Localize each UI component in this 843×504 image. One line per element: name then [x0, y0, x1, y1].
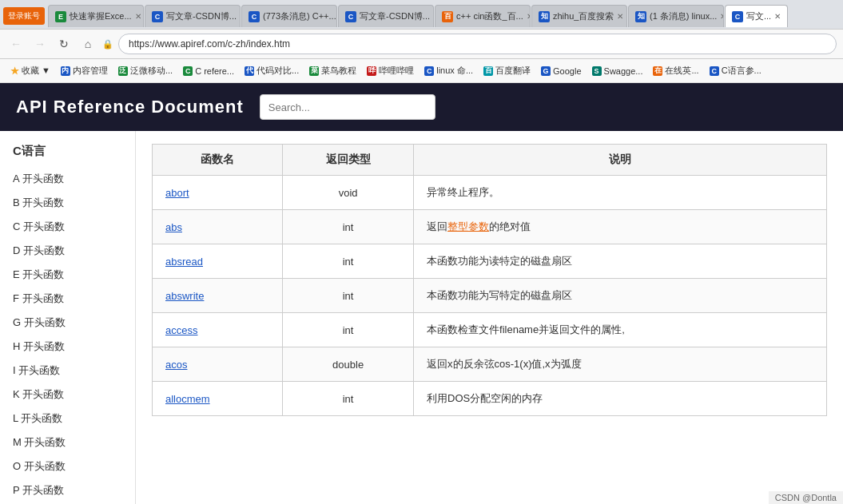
- sidebar-item-l开头函数[interactable]: L 开头函数: [0, 407, 135, 431]
- forward-button[interactable]: →: [30, 34, 50, 54]
- tab-close[interactable]: ✕: [774, 12, 781, 21]
- tab-bar: 登录账号 E快速掌握Exce...✕C写文章-CSDN博...✕C(773条消息…: [0, 0, 843, 29]
- desc-cell: 本函数功能为读特定的磁盘扇区: [414, 244, 827, 279]
- bookmarks-container: ★收藏 ▼内内容管理泛泛微移动...CC refere...代代码对比...菜菜…: [5, 63, 766, 78]
- return-type-cell: int: [283, 210, 414, 244]
- sidebar-item-f开头函数[interactable]: F 开头函数: [0, 287, 135, 311]
- site-header: API Reference Document: [0, 83, 843, 131]
- sidebar-item-e开头函数[interactable]: E 开头函数: [0, 263, 135, 287]
- return-type-cell: int: [283, 244, 414, 279]
- return-type-cell: void: [283, 176, 414, 210]
- main-layout: C语言 A 开头函数B 开头函数C 开头函数D 开头函数E 开头函数F 开头函数…: [0, 131, 843, 504]
- browser-tab-t7[interactable]: 知(1 条消息) linux...✕: [628, 5, 724, 27]
- sidebar-item-d开头函数[interactable]: D 开头函数: [0, 239, 135, 263]
- bookmark-icon: C: [183, 66, 193, 76]
- tab-label: (773条消息) C++...: [263, 10, 336, 22]
- sidebar-item-m开头函数[interactable]: M 开头函数: [0, 431, 135, 454]
- table-row: absreadint本函数功能为读特定的磁盘扇区: [153, 244, 827, 279]
- browser-tab-t6[interactable]: 知zhihu_百度搜索✕: [531, 5, 627, 27]
- bookmark-c[interactable]: CC语言参...: [705, 63, 766, 78]
- table-row: abswriteint本函数功能为写特定的磁盘扇区: [153, 279, 827, 313]
- refresh-button[interactable]: ↻: [54, 34, 74, 54]
- desc-cell: 返回整型参数的绝对值: [414, 210, 827, 244]
- bookmark-[interactable]: 内内容管理: [56, 63, 113, 78]
- api-table: 函数名 返回类型 说明 abortvoid异常终止程序。absint返回整型参数…: [152, 144, 827, 416]
- bookmark-crefere[interactable]: CC refere...: [178, 63, 239, 78]
- bookmark-linux[interactable]: Clinux 命...: [420, 63, 478, 78]
- tab-icon: C: [152, 11, 163, 22]
- bookmark-icon: 内: [61, 66, 70, 76]
- func-link-access[interactable]: access: [165, 324, 197, 336]
- func-link-abswrite[interactable]: abswrite: [165, 290, 204, 302]
- footer-credit: CSDN @Dontla: [775, 493, 837, 502]
- tab-close[interactable]: ✕: [720, 12, 724, 21]
- home-button[interactable]: ⌂: [78, 34, 97, 54]
- func-link-acos[interactable]: acos: [165, 359, 187, 371]
- site-logo: API Reference Document: [16, 97, 244, 117]
- desc-highlight: 整型参数: [447, 220, 489, 232]
- bookmark-label: 百度翻译: [495, 65, 531, 77]
- sidebar-item-h开头函数[interactable]: H 开头函数: [0, 335, 135, 359]
- sidebar-item-c开头函数[interactable]: C 开头函数: [0, 215, 135, 239]
- bookmark-google[interactable]: GGoogle: [536, 63, 586, 78]
- tab-label: 写文章-CSDN博...: [166, 10, 237, 22]
- tab-label: 写文章-CSDN博...: [360, 10, 430, 22]
- bookmark-[interactable]: ★收藏 ▼: [5, 63, 55, 78]
- col-header-returntype: 返回类型: [283, 145, 414, 176]
- bookmark-[interactable]: 在在线英...: [648, 63, 703, 78]
- col-header-desc: 说明: [414, 145, 827, 176]
- func-link-absread[interactable]: absread: [165, 256, 203, 268]
- bookmark-[interactable]: 泛泛微移动...: [113, 63, 177, 78]
- func-link-abs[interactable]: abs: [165, 221, 182, 233]
- browser-tab-t5[interactable]: 百c++ cin函数_百...✕: [435, 5, 531, 27]
- tab-label: c++ cin函数_百...: [456, 10, 523, 22]
- table-row: acosdouble返回x的反余弦cos-1(x)值,x为弧度: [153, 347, 827, 382]
- bookmark-icon: 代: [245, 66, 254, 76]
- tab-label: 写文...: [746, 10, 771, 22]
- func-link-allocmem[interactable]: allocmem: [165, 393, 210, 405]
- bookmark-[interactable]: 代代码对比...: [240, 63, 304, 78]
- sidebar-items: A 开头函数B 开头函数C 开头函数D 开头函数E 开头函数F 开头函数G 开头…: [0, 167, 135, 504]
- sidebar-item-p开头函数[interactable]: P 开头函数: [0, 478, 135, 502]
- return-type-cell: double: [283, 347, 414, 382]
- desc-cell: 本函数功能为写特定的磁盘扇区: [414, 279, 827, 313]
- sidebar-item-i开头函数[interactable]: I 开头函数: [0, 359, 135, 383]
- tab-close[interactable]: ✕: [240, 12, 241, 21]
- func-name-cell: absread: [153, 244, 283, 279]
- func-name-cell: abswrite: [153, 279, 283, 313]
- bookmark-[interactable]: 菜菜鸟教程: [304, 63, 361, 78]
- func-link-abort[interactable]: abort: [165, 187, 189, 199]
- tab-icon: C: [732, 11, 743, 22]
- bookmark-label: C refere...: [195, 66, 234, 76]
- sidebar: C语言 A 开头函数B 开头函数C 开头函数D 开头函数E 开头函数F 开头函数…: [0, 131, 136, 504]
- bookmark-swagge[interactable]: SSwagge...: [587, 63, 648, 78]
- bookmark-label: Google: [553, 66, 581, 76]
- bookmark-icon: 在: [653, 66, 662, 76]
- browser-chrome: 登录账号 E快速掌握Exce...✕C写文章-CSDN博...✕C(773条消息…: [0, 0, 843, 83]
- browser-tab-t2[interactable]: C写文章-CSDN博...✕: [145, 5, 241, 27]
- bookmark-[interactable]: 哔哔哩哔哩: [362, 63, 419, 78]
- sidebar-item-b开头函数[interactable]: B 开头函数: [0, 191, 135, 215]
- tab-close[interactable]: ✕: [135, 12, 141, 21]
- browser-tab-t8[interactable]: C写文...✕: [725, 5, 788, 27]
- sidebar-item-o开头函数[interactable]: O 开头函数: [0, 454, 135, 478]
- browser-tab-t3[interactable]: C(773条消息) C++...✕: [241, 5, 337, 27]
- bookmark-label: 内容管理: [73, 65, 108, 77]
- tab-close[interactable]: ✕: [617, 12, 623, 21]
- tab-close[interactable]: ✕: [433, 12, 434, 21]
- url-input[interactable]: [118, 34, 837, 54]
- bookmark-[interactable]: 百百度翻译: [479, 63, 535, 78]
- sidebar-item-k开头函数[interactable]: K 开头函数: [0, 383, 135, 407]
- browser-tab-t4[interactable]: C写文章-CSDN博...✕: [338, 5, 434, 27]
- browser-tab-t1[interactable]: E快速掌握Exce...✕: [48, 5, 144, 27]
- tab-close[interactable]: ✕: [527, 12, 531, 21]
- tab-icon: 知: [539, 11, 550, 22]
- bookmark-label: 代码对比...: [256, 65, 299, 77]
- bookmark-label: Swagge...: [604, 66, 643, 76]
- login-button[interactable]: 登录账号: [3, 7, 45, 25]
- sidebar-item-g开头函数[interactable]: G 开头函数: [0, 311, 135, 335]
- back-button[interactable]: ←: [6, 34, 26, 54]
- site-search-input[interactable]: [260, 94, 435, 120]
- tab-icon: E: [55, 11, 66, 22]
- sidebar-item-a开头函数[interactable]: A 开头函数: [0, 167, 135, 191]
